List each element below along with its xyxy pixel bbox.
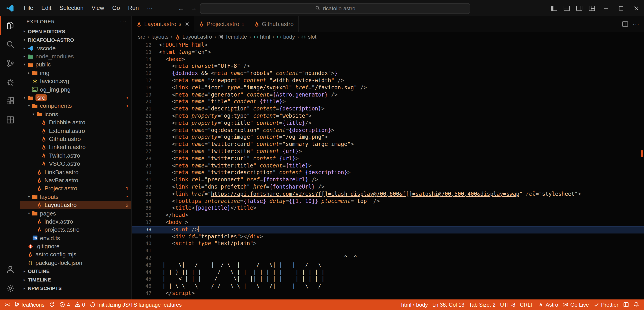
maximize-button[interactable]	[614, 0, 629, 16]
status-ln-38-col-13[interactable]: Ln 38, Col 13	[430, 302, 467, 308]
tree-item-env-d-ts[interactable]: TSenv.d.ts	[20, 234, 131, 242]
tree-item-github-astro[interactable]: Github.astro	[20, 135, 131, 143]
tree-item-pages[interactable]: ▾pages	[20, 209, 131, 218]
section-timeline[interactable]: ▸TIMELINE	[20, 276, 131, 284]
command-center-search[interactable]: ricafolio-astro	[200, 3, 470, 14]
explorer-icon[interactable]	[0, 16, 20, 35]
remote-explorer-icon[interactable]	[0, 110, 20, 129]
breadcrumb-src[interactable]: src	[138, 34, 145, 40]
toggle-panel-icon[interactable]	[560, 0, 573, 16]
toggle-secondary-sidebar-icon[interactable]	[573, 0, 586, 16]
back-icon[interactable]: ←	[178, 4, 184, 12]
tab-github-astro[interactable]: Github.astro	[249, 16, 299, 32]
toggle-primary-sidebar-icon[interactable]	[548, 0, 560, 16]
more-actions-icon[interactable]: ···	[633, 21, 640, 27]
status-remote[interactable]: ><	[3, 302, 12, 307]
tree-item-astro-config-mjs[interactable]: astro.config.mjs	[20, 251, 131, 259]
breadcrumb-template[interactable]: Template	[218, 34, 247, 40]
status-utf-8[interactable]: UTF-8	[498, 302, 518, 308]
status-check[interactable]: Prettier	[591, 302, 621, 308]
status-warning[interactable]: 0	[72, 302, 88, 308]
breadcrumb-body[interactable]: body	[276, 34, 295, 40]
tree-item-index-astro[interactable]: index.astro	[20, 217, 131, 226]
code-editor[interactable]: 12<!DOCTYPE html>13<html lang="en">14 <h…	[132, 42, 644, 299]
customize-layout-icon[interactable]	[586, 0, 598, 16]
tree-item-icons[interactable]: ▾icons	[20, 110, 131, 118]
status-bell[interactable]	[631, 302, 641, 308]
tree-item-label: .gitignore	[36, 243, 60, 250]
tree-item-label: pages	[40, 210, 56, 217]
status-branch[interactable]: feat/icons	[12, 302, 47, 308]
source-control-icon[interactable]	[0, 54, 20, 73]
tree-item-og-img-png[interactable]: og_img.png	[20, 85, 131, 94]
close-tab-icon[interactable]	[185, 22, 189, 26]
tree-item-dribbble-astro[interactable]: Dribbble.astro	[20, 118, 131, 127]
status-broadcast[interactable]: Go Live	[560, 302, 591, 308]
status-layout[interactable]	[621, 302, 631, 308]
code-line-43: 43 | _ \|_ _/ ___| / \ | ___/ _ \| | |_ …	[132, 262, 644, 269]
line-number: 43	[132, 262, 159, 269]
menu-edit[interactable]: Edit	[37, 0, 56, 16]
code-line-22: 22 <meta property="og:type" content="web…	[132, 113, 644, 120]
line-number: 20	[132, 98, 159, 106]
tree-item-layouts[interactable]: ▾layouts●	[20, 193, 131, 201]
search-icon[interactable]	[0, 35, 20, 54]
status-astro-white[interactable]: Astro	[536, 302, 560, 308]
tree-item-layout-astro[interactable]: Layout.astro3	[20, 201, 131, 209]
tree-item-linkedin-astro[interactable]: LinkedIn.astro	[20, 143, 131, 151]
workspace-root-header[interactable]: ▾ RICAFOLIO-ASTRO	[20, 35, 131, 44]
section-npm-scripts[interactable]: ▸NPM SCRIPTS	[20, 284, 131, 293]
breadcrumb-layouts[interactable]: layouts	[152, 34, 168, 40]
code-text: <meta name="twitter:card" content="summa…	[159, 141, 354, 148]
tree-item-node-modules[interactable]: ▸node_modules	[20, 52, 131, 61]
sidebar-more-actions-icon[interactable]: ···	[120, 18, 127, 25]
tree-item-linkbar-astro[interactable]: LinkBar.astro	[20, 168, 131, 176]
tree-item-project-astro[interactable]: Project.astro1	[20, 184, 131, 193]
section-outline[interactable]: ▸OUTLINE	[20, 267, 131, 276]
breadcrumb-html[interactable]: html	[254, 34, 270, 40]
tree-item-projects-astro[interactable]: projects.astro	[20, 226, 131, 234]
tree-item-vscode[interactable]: ▸.vscode	[20, 44, 131, 52]
minimize-button[interactable]	[598, 0, 614, 16]
breadcrumb-slot[interactable]: slot	[301, 34, 316, 40]
split-editor-icon[interactable]	[622, 21, 628, 27]
tab-project-astro[interactable]: Project.astro1	[194, 16, 249, 32]
line-number: 40	[132, 240, 159, 248]
extensions-icon[interactable]	[0, 92, 20, 110]
tree-item-favicon-svg[interactable]: favicon.svg	[20, 77, 131, 85]
open-editors-header[interactable]: ▸ OPEN EDITORS	[20, 27, 131, 35]
tree-item-vsco-astro[interactable]: VSCO.astro	[20, 160, 131, 168]
tree-item-img[interactable]: ▸img	[20, 69, 131, 77]
menu-file[interactable]: File	[20, 0, 37, 16]
forward-icon[interactable]: →	[190, 4, 197, 12]
accounts-icon[interactable]	[0, 260, 20, 279]
tree-item-navbar-astro[interactable]: NavBar.astro	[20, 176, 131, 185]
settings-icon[interactable]	[0, 279, 20, 298]
tree-item-package-lock-json[interactable]: {}package-lock.json	[20, 259, 131, 267]
tab-layout-astro[interactable]: Layout.astro3	[132, 16, 194, 32]
menu-more[interactable]: ···	[143, 0, 157, 16]
tree-item-twitch-astro[interactable]: Twitch.astro	[20, 151, 131, 160]
menu-view[interactable]: View	[88, 0, 108, 16]
breadcrumb-layout-astro[interactable]: Layout.astro	[175, 34, 212, 40]
status-label: Tab Size: 2	[469, 302, 496, 308]
tree-item-gitignore[interactable]: .gitignore	[20, 242, 131, 251]
status-tab-size-2[interactable]: Tab Size: 2	[466, 302, 498, 308]
menu-run[interactable]: Run	[124, 0, 143, 16]
tree-item-components[interactable]: ▾components●	[20, 102, 131, 110]
folder-icon	[32, 194, 38, 200]
status-html-body[interactable]: html › body	[399, 302, 430, 308]
menu-go[interactable]: Go	[108, 0, 124, 16]
tree-item-src[interactable]: ▾src●	[20, 94, 131, 102]
menu-selection[interactable]: Selection	[56, 0, 88, 16]
tree-item-public[interactable]: ▾public	[20, 61, 131, 69]
status-error[interactable]: 4	[57, 302, 72, 308]
status-sync[interactable]	[47, 302, 57, 308]
status-crlf[interactable]: CRLF	[518, 302, 536, 308]
status-loading[interactable]: Initializing JS/TS language features	[88, 302, 184, 308]
run-debug-icon[interactable]	[0, 73, 20, 92]
status-label: 0	[82, 302, 85, 308]
tree-item-label: src	[36, 94, 47, 101]
close-button[interactable]	[629, 0, 644, 16]
tree-item-external-astro[interactable]: External.astro	[20, 127, 131, 135]
